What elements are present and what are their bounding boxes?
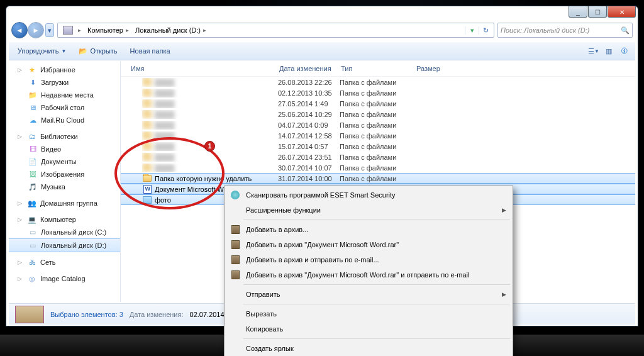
folder-icon (143, 164, 152, 171)
ctx-add-archive[interactable]: Добавить в архив... (226, 222, 511, 237)
ctx-scan-eset[interactable]: Сканировать программой ESET Smart Securi… (226, 187, 511, 203)
folder-icon (143, 175, 152, 182)
file-row[interactable]: ████27.05.2014 1:49Папка с файлами (121, 98, 635, 109)
nav-buttons: ◄ ► ▾ (11, 23, 54, 38)
view-options-button[interactable]: ☰ ▼ (586, 44, 601, 58)
music-icon: 🎵 (28, 182, 38, 192)
file-type: Папка с файлами (340, 111, 415, 118)
col-date[interactable]: Дата изменения (279, 65, 341, 72)
file-date: 26.08.2013 22:26 (278, 79, 340, 86)
file-date: 27.05.2014 1:49 (278, 100, 340, 108)
rar-icon (231, 270, 240, 279)
col-type[interactable]: Тип (341, 65, 416, 72)
addr-dropdown[interactable]: ▾ (465, 26, 479, 35)
tree-pictures[interactable]: 🖼Изображения (9, 168, 120, 181)
forward-button[interactable]: ► (28, 22, 44, 38)
tree-documents[interactable]: 📄Документы (9, 155, 120, 168)
new-folder-button[interactable]: Новая папка (125, 45, 175, 57)
search-icon: 🔍 (621, 26, 630, 35)
drive-icon: ▭ (28, 240, 38, 250)
ctx-shortcut[interactable]: Создать ярлык (226, 341, 511, 356)
tree-video[interactable]: 🎞Видео (9, 143, 120, 155)
file-row[interactable]: ████26.08.2013 22:26Папка с файлами (121, 77, 635, 87)
crumb-computer[interactable]: Компьютер▸ (84, 23, 131, 37)
tree-favorites[interactable]: ▷★Избранное (9, 64, 120, 76)
drive-icon: ▭ (28, 227, 38, 237)
close-button[interactable]: ✕ (608, 6, 636, 18)
recent-icon: 📁 (28, 90, 38, 100)
cloud-icon: ☁ (28, 115, 38, 125)
col-size[interactable]: Размер (416, 65, 467, 72)
tree-libraries[interactable]: ▷🗂Библиотеки (9, 130, 120, 143)
ctx-add-archive-named[interactable]: Добавить в архив "Документ Microsoft Wor… (226, 237, 511, 252)
ctx-archive-named-email[interactable]: Добавить в архив "Документ Microsoft Wor… (226, 267, 511, 282)
ctx-archive-email[interactable]: Добавить в архив и отправить по e-mail..… (226, 252, 511, 267)
tree-imagecat[interactable]: ▷◎Image Catalog (9, 272, 120, 285)
tree-drive-c[interactable]: ▭Локальный диск (C:) (9, 226, 120, 238)
homegroup-icon: 👥 (27, 198, 37, 208)
col-name[interactable]: Имя (131, 65, 279, 72)
file-row[interactable]: ████04.07.2014 0:09Папка с файлами (121, 120, 635, 130)
tree-homegroup[interactable]: ▷👥Домашняя группа (9, 197, 120, 209)
help-button[interactable]: 🛈 (616, 44, 631, 58)
tree-downloads[interactable]: ⬇Загрузки (9, 76, 120, 89)
organize-button[interactable]: Упорядочить▼ (13, 45, 71, 57)
tree-computer[interactable]: ▷💻Компьютер (9, 213, 120, 226)
file-date: 25.06.2014 10:29 (278, 111, 340, 118)
pictures-icon: 🖼 (28, 169, 38, 179)
file-date: 30.07.2014 10:07 (278, 164, 340, 172)
ctx-extended[interactable]: Расширенные функции▶ (226, 203, 511, 218)
file-name: ████ (155, 121, 174, 129)
search-input[interactable]: Поиск: Локальный диск (D:) 🔍 (497, 23, 633, 38)
ctx-separator (243, 284, 510, 285)
history-dropdown[interactable]: ▾ (45, 23, 54, 37)
ctx-separator (243, 338, 510, 339)
file-row[interactable]: ████02.12.2013 10:35Папка с файлами (121, 87, 635, 98)
ctx-copy[interactable]: Копировать (226, 321, 511, 337)
submenu-arrow-icon: ▶ (502, 207, 506, 213)
column-headers[interactable]: Имя Дата изменения Тип Размер (121, 61, 635, 77)
selection-thumb (15, 306, 44, 323)
selection-count: Выбрано элементов: 3 (50, 311, 123, 318)
file-name: фото (155, 196, 171, 204)
file-date: 31.07.2014 10:00 (278, 175, 340, 182)
star-icon: ★ (27, 65, 37, 75)
breadcrumb[interactable]: ▸ Компьютер▸ Локальный диск (D:)▸ ▾ ↻ (57, 23, 494, 38)
file-date: 26.07.2014 23:51 (278, 153, 340, 161)
tree-drive-d[interactable]: ▭Локальный диск (D:) (9, 238, 120, 252)
file-name: ████ (155, 79, 174, 86)
tree-recent[interactable]: 📁Недавние места (9, 89, 120, 101)
tree-network[interactable]: ▷🖧Сеть (9, 256, 120, 269)
file-date: 15.07.2014 0:57 (278, 143, 340, 150)
desktop-icon: 🖥 (28, 103, 38, 113)
crumb-drive-d[interactable]: Локальный диск (D:)▸ (131, 23, 209, 37)
back-button[interactable]: ◄ (11, 22, 28, 38)
tree-mailru[interactable]: ☁Mail.Ru Cloud (9, 114, 120, 126)
minimize-button[interactable]: _ (569, 6, 587, 18)
file-type: Папка с файлами (340, 143, 415, 150)
crumb-root[interactable]: ▸ (59, 23, 84, 37)
file-type: Папка с файлами (340, 164, 415, 172)
file-row[interactable]: ████30.07.2014 10:07Папка с файлами (121, 162, 635, 173)
file-row[interactable]: ████14.07.2014 12:58Папка с файлами (121, 130, 635, 141)
libraries-icon: 🗂 (27, 131, 37, 142)
ctx-cut[interactable]: Вырезать (226, 306, 511, 321)
nav-tree[interactable]: ▷★Избранное ⬇Загрузки 📁Недавние места 🖥Р… (9, 61, 121, 302)
open-button[interactable]: 📂Открыть (74, 45, 122, 57)
address-row: ◄ ► ▾ ▸ Компьютер▸ Локальный диск (D:)▸ … (11, 23, 633, 38)
file-row[interactable]: ████26.07.2014 23:51Папка с файлами (121, 152, 635, 162)
ctx-separator (243, 304, 510, 304)
tree-music[interactable]: 🎵Музыка (9, 181, 120, 193)
file-name: Документ Microsoft Word (155, 186, 234, 193)
file-row[interactable]: ████15.07.2014 0:57Папка с файлами (121, 141, 635, 152)
refresh-button[interactable]: ↻ (479, 26, 492, 35)
file-row[interactable]: ████25.06.2014 10:29Папка с файлами (121, 109, 635, 120)
computer-icon (63, 26, 73, 35)
ctx-sendto[interactable]: Отправить▶ (226, 287, 511, 302)
maximize-button[interactable]: ☐ (588, 6, 607, 18)
preview-pane-button[interactable]: ▥ (601, 44, 616, 58)
file-row[interactable]: Папка которую нужно удалить31.07.2014 10… (121, 173, 635, 184)
file-name: ████ (155, 89, 174, 97)
documents-icon: 📄 (28, 157, 38, 167)
tree-desktop[interactable]: 🖥Рабочий стол (9, 101, 120, 114)
